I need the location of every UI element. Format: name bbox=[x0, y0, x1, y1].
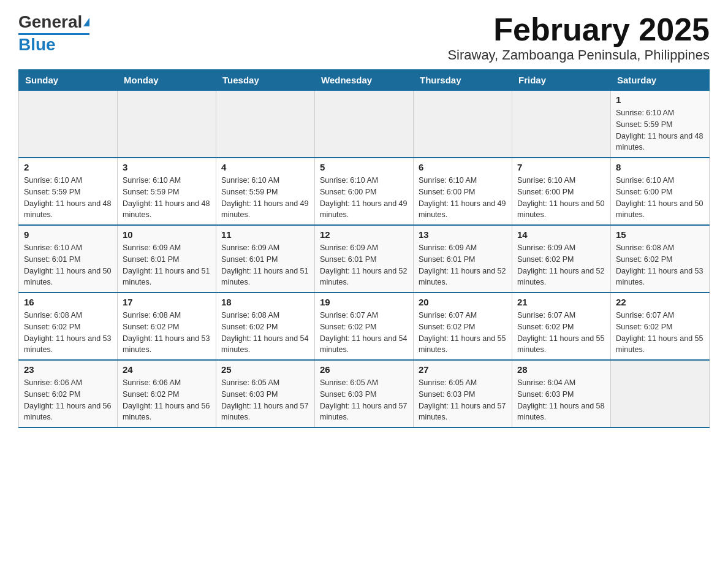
day-info: Sunrise: 6:10 AMSunset: 6:00 PMDaylight:… bbox=[320, 175, 408, 221]
day-info: Sunrise: 6:10 AMSunset: 6:00 PMDaylight:… bbox=[419, 175, 507, 221]
day-info: Sunrise: 6:10 AMSunset: 5:59 PMDaylight:… bbox=[221, 175, 309, 221]
day-number: 6 bbox=[419, 162, 507, 172]
calendar-cell: 11Sunrise: 6:09 AMSunset: 6:01 PMDayligh… bbox=[216, 225, 315, 293]
day-number: 18 bbox=[221, 297, 309, 307]
calendar-cell: 28Sunrise: 6:04 AMSunset: 6:03 PMDayligh… bbox=[512, 360, 611, 427]
day-info: Sunrise: 6:09 AMSunset: 6:01 PMDaylight:… bbox=[221, 242, 309, 288]
logo-triangle-icon bbox=[83, 18, 89, 26]
weekday-header-wednesday: Wednesday bbox=[315, 70, 414, 91]
calendar-cell: 9Sunrise: 6:10 AMSunset: 6:01 PMDaylight… bbox=[19, 225, 118, 293]
day-number: 2 bbox=[24, 162, 112, 172]
calendar-cell: 18Sunrise: 6:08 AMSunset: 6:02 PMDayligh… bbox=[216, 293, 315, 360]
day-info: Sunrise: 6:10 AMSunset: 6:00 PMDaylight:… bbox=[616, 175, 704, 221]
calendar-cell: 10Sunrise: 6:09 AMSunset: 6:01 PMDayligh… bbox=[118, 225, 216, 293]
calendar-cell: 17Sunrise: 6:08 AMSunset: 6:02 PMDayligh… bbox=[118, 293, 216, 360]
calendar-week-5: 23Sunrise: 6:06 AMSunset: 6:02 PMDayligh… bbox=[19, 360, 710, 427]
day-number: 28 bbox=[517, 364, 605, 375]
calendar-cell: 20Sunrise: 6:07 AMSunset: 6:02 PMDayligh… bbox=[414, 293, 512, 360]
day-info: Sunrise: 6:10 AMSunset: 5:59 PMDaylight:… bbox=[616, 107, 704, 153]
day-number: 12 bbox=[320, 229, 408, 240]
day-number: 23 bbox=[24, 364, 112, 375]
calendar-cell: 13Sunrise: 6:09 AMSunset: 6:01 PMDayligh… bbox=[414, 225, 512, 293]
calendar-cell: 25Sunrise: 6:05 AMSunset: 6:03 PMDayligh… bbox=[216, 360, 315, 427]
day-info: Sunrise: 6:09 AMSunset: 6:01 PMDaylight:… bbox=[419, 242, 507, 288]
calendar-cell bbox=[19, 91, 118, 158]
day-number: 15 bbox=[616, 229, 704, 240]
weekday-header-monday: Monday bbox=[118, 70, 216, 91]
calendar-cell: 27Sunrise: 6:05 AMSunset: 6:03 PMDayligh… bbox=[414, 360, 512, 427]
day-info: Sunrise: 6:06 AMSunset: 6:02 PMDaylight:… bbox=[24, 377, 112, 423]
calendar-cell: 21Sunrise: 6:07 AMSunset: 6:02 PMDayligh… bbox=[512, 293, 611, 360]
day-number: 17 bbox=[123, 297, 211, 307]
day-info: Sunrise: 6:07 AMSunset: 6:02 PMDaylight:… bbox=[419, 310, 507, 356]
calendar-subtitle: Siraway, Zamboanga Peninsula, Philippine… bbox=[447, 47, 710, 63]
calendar-cell bbox=[118, 91, 216, 158]
calendar-cell bbox=[611, 360, 710, 427]
day-number: 3 bbox=[123, 162, 211, 172]
day-number: 21 bbox=[517, 297, 605, 307]
day-info: Sunrise: 6:09 AMSunset: 6:02 PMDaylight:… bbox=[517, 242, 605, 288]
day-info: Sunrise: 6:10 AMSunset: 6:01 PMDaylight:… bbox=[24, 242, 112, 288]
weekday-header-saturday: Saturday bbox=[611, 70, 710, 91]
calendar-cell: 4Sunrise: 6:10 AMSunset: 5:59 PMDaylight… bbox=[216, 158, 315, 225]
day-number: 16 bbox=[24, 297, 112, 307]
day-info: Sunrise: 6:05 AMSunset: 6:03 PMDaylight:… bbox=[320, 377, 408, 423]
calendar-week-3: 9Sunrise: 6:10 AMSunset: 6:01 PMDaylight… bbox=[19, 225, 710, 293]
calendar-cell: 1Sunrise: 6:10 AMSunset: 5:59 PMDaylight… bbox=[611, 91, 710, 158]
weekday-header-thursday: Thursday bbox=[414, 70, 512, 91]
calendar-cell: 14Sunrise: 6:09 AMSunset: 6:02 PMDayligh… bbox=[512, 225, 611, 293]
logo-accent: Blue bbox=[18, 35, 56, 55]
calendar-week-4: 16Sunrise: 6:08 AMSunset: 6:02 PMDayligh… bbox=[19, 293, 710, 360]
calendar-cell: 6Sunrise: 6:10 AMSunset: 6:00 PMDaylight… bbox=[414, 158, 512, 225]
day-number: 8 bbox=[616, 162, 704, 172]
day-info: Sunrise: 6:10 AMSunset: 5:59 PMDaylight:… bbox=[24, 175, 112, 221]
day-info: Sunrise: 6:07 AMSunset: 6:02 PMDaylight:… bbox=[320, 310, 408, 356]
calendar-cell bbox=[414, 91, 512, 158]
calendar-cell: 3Sunrise: 6:10 AMSunset: 5:59 PMDaylight… bbox=[118, 158, 216, 225]
calendar-cell bbox=[216, 91, 315, 158]
day-number: 25 bbox=[221, 364, 309, 375]
day-info: Sunrise: 6:09 AMSunset: 6:01 PMDaylight:… bbox=[123, 242, 211, 288]
day-number: 11 bbox=[221, 229, 309, 240]
calendar-cell: 12Sunrise: 6:09 AMSunset: 6:01 PMDayligh… bbox=[315, 225, 414, 293]
day-number: 13 bbox=[419, 229, 507, 240]
day-number: 24 bbox=[123, 364, 211, 375]
calendar-cell: 8Sunrise: 6:10 AMSunset: 6:00 PMDaylight… bbox=[611, 158, 710, 225]
logo-text: General bbox=[18, 12, 82, 32]
weekday-header-friday: Friday bbox=[512, 70, 611, 91]
calendar-header: SundayMondayTuesdayWednesdayThursdayFrid… bbox=[19, 70, 710, 91]
day-number: 5 bbox=[320, 162, 408, 172]
calendar-body: 1Sunrise: 6:10 AMSunset: 5:59 PMDaylight… bbox=[19, 91, 710, 428]
page-header: General Blue February 2025 Siraway, Zamb… bbox=[18, 12, 710, 63]
day-info: Sunrise: 6:04 AMSunset: 6:03 PMDaylight:… bbox=[517, 377, 605, 423]
day-number: 4 bbox=[221, 162, 309, 172]
day-number: 22 bbox=[616, 297, 704, 307]
day-info: Sunrise: 6:08 AMSunset: 6:02 PMDaylight:… bbox=[123, 310, 211, 356]
calendar-cell: 2Sunrise: 6:10 AMSunset: 5:59 PMDaylight… bbox=[19, 158, 118, 225]
day-number: 26 bbox=[320, 364, 408, 375]
logo: General Blue bbox=[18, 12, 89, 55]
calendar-title: February 2025 bbox=[447, 12, 710, 47]
title-block: February 2025 Siraway, Zamboanga Peninsu… bbox=[447, 12, 710, 63]
day-info: Sunrise: 6:10 AMSunset: 5:59 PMDaylight:… bbox=[123, 175, 211, 221]
calendar-week-2: 2Sunrise: 6:10 AMSunset: 5:59 PMDaylight… bbox=[19, 158, 710, 225]
calendar-cell: 15Sunrise: 6:08 AMSunset: 6:02 PMDayligh… bbox=[611, 225, 710, 293]
calendar-week-1: 1Sunrise: 6:10 AMSunset: 5:59 PMDaylight… bbox=[19, 91, 710, 158]
day-number: 7 bbox=[517, 162, 605, 172]
weekday-header-sunday: Sunday bbox=[19, 70, 118, 91]
calendar-cell: 26Sunrise: 6:05 AMSunset: 6:03 PMDayligh… bbox=[315, 360, 414, 427]
weekday-header-row: SundayMondayTuesdayWednesdayThursdayFrid… bbox=[19, 70, 710, 91]
weekday-header-tuesday: Tuesday bbox=[216, 70, 315, 91]
calendar-cell: 19Sunrise: 6:07 AMSunset: 6:02 PMDayligh… bbox=[315, 293, 414, 360]
day-info: Sunrise: 6:07 AMSunset: 6:02 PMDaylight:… bbox=[616, 310, 704, 356]
day-number: 1 bbox=[616, 94, 704, 105]
calendar-cell bbox=[315, 91, 414, 158]
day-number: 10 bbox=[123, 229, 211, 240]
day-info: Sunrise: 6:07 AMSunset: 6:02 PMDaylight:… bbox=[517, 310, 605, 356]
day-number: 20 bbox=[419, 297, 507, 307]
day-info: Sunrise: 6:10 AMSunset: 6:00 PMDaylight:… bbox=[517, 175, 605, 221]
day-number: 27 bbox=[419, 364, 507, 375]
calendar-cell: 23Sunrise: 6:06 AMSunset: 6:02 PMDayligh… bbox=[19, 360, 118, 427]
day-info: Sunrise: 6:08 AMSunset: 6:02 PMDaylight:… bbox=[616, 242, 704, 288]
day-info: Sunrise: 6:06 AMSunset: 6:02 PMDaylight:… bbox=[123, 377, 211, 423]
